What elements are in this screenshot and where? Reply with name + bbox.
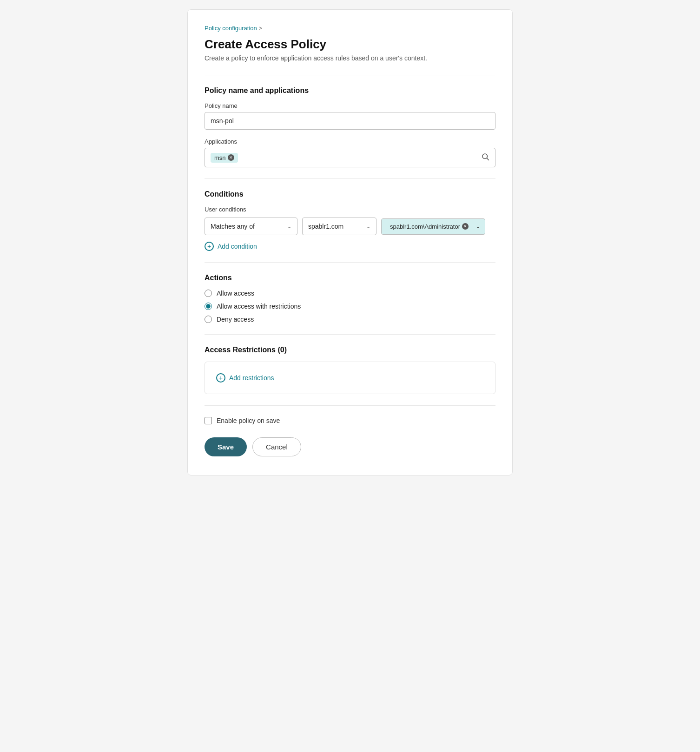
enable-policy-row: Enable policy on save <box>205 417 495 424</box>
divider-4 <box>205 334 495 335</box>
add-restrictions-button[interactable]: + Add restrictions <box>216 373 274 383</box>
svg-line-1 <box>487 158 489 160</box>
button-row: Save Cancel <box>205 437 495 456</box>
radio-allow-restrictions-label: Allow access with restrictions <box>217 303 301 310</box>
restrictions-box: + Add restrictions <box>205 362 495 394</box>
create-access-policy-card: Policy configuration > Create Access Pol… <box>187 9 513 475</box>
application-tag: msn ✕ <box>211 153 238 163</box>
access-restrictions-section: Access Restrictions (0) + Add restrictio… <box>205 346 495 394</box>
section-title-restrictions: Access Restrictions (0) <box>205 346 495 354</box>
condition-type-arrow: ⌄ <box>287 224 291 230</box>
page-title: Create Access Policy <box>205 37 495 52</box>
radio-allow-restrictions[interactable]: Allow access with restrictions <box>205 303 495 310</box>
policy-name-input[interactable] <box>205 112 495 130</box>
radio-allow-restrictions-input[interactable] <box>205 303 212 310</box>
page-subtitle: Create a policy to enforce application a… <box>205 54 495 62</box>
breadcrumb: Policy configuration > <box>205 25 495 32</box>
section-title-policy: Policy name and applications <box>205 86 495 95</box>
divider-2 <box>205 178 495 179</box>
add-condition-label: Add condition <box>218 243 257 250</box>
condition-type-dropdown[interactable]: Matches any of ⌄ <box>205 218 297 235</box>
breadcrumb-separator: > <box>259 25 262 32</box>
radio-allow-access-label: Allow access <box>217 290 254 297</box>
divider-3 <box>205 262 495 263</box>
radio-allow-access[interactable]: Allow access <box>205 290 495 297</box>
application-tag-close[interactable]: ✕ <box>228 154 234 161</box>
section-title-actions: Actions <box>205 274 495 282</box>
radio-deny-access[interactable]: Deny access <box>205 316 495 323</box>
radio-allow-access-input[interactable] <box>205 290 212 297</box>
actions-radio-group: Allow access Allow access with restricti… <box>205 290 495 323</box>
cancel-button[interactable]: Cancel <box>252 437 301 456</box>
radio-deny-access-label: Deny access <box>217 316 254 323</box>
condition-user-dropdown[interactable]: spablr1.com\Administrator ✕ ⌄ <box>381 218 485 235</box>
condition-row: Matches any of ⌄ spablr1.com ⌄ spablr1.c… <box>205 218 495 235</box>
application-tag-label: msn <box>214 154 226 161</box>
breadcrumb-link[interactable]: Policy configuration <box>205 25 257 32</box>
condition-user-tag: spablr1.com\Administrator ✕ <box>386 222 472 231</box>
applications-label: Applications <box>205 138 495 145</box>
actions-section: Actions Allow access Allow access with r… <box>205 274 495 323</box>
applications-input[interactable]: msn ✕ <box>205 148 495 167</box>
applications-field-group: Applications msn ✕ <box>205 138 495 167</box>
add-restrictions-icon: + <box>216 373 225 383</box>
add-restrictions-label: Add restrictions <box>229 374 274 382</box>
search-icon[interactable] <box>481 152 489 163</box>
condition-domain-dropdown[interactable]: spablr1.com ⌄ <box>302 218 376 235</box>
policy-name-label: Policy name <box>205 102 495 109</box>
add-condition-button[interactable]: + Add condition <box>205 242 257 251</box>
radio-deny-access-input[interactable] <box>205 316 212 323</box>
add-condition-icon: + <box>205 242 214 251</box>
condition-domain-label: spablr1.com <box>308 223 343 230</box>
condition-type-label: Matches any of <box>211 223 255 230</box>
condition-domain-arrow: ⌄ <box>366 224 370 230</box>
condition-user-arrow: ⌄ <box>476 224 480 230</box>
enable-policy-label[interactable]: Enable policy on save <box>217 417 280 424</box>
policy-name-section: Policy name and applications Policy name… <box>205 86 495 167</box>
enable-policy-checkbox[interactable] <box>205 417 212 424</box>
conditions-section: Conditions User conditions Matches any o… <box>205 190 495 251</box>
divider-5 <box>205 405 495 406</box>
save-button[interactable]: Save <box>205 437 247 456</box>
policy-name-field-group: Policy name <box>205 102 495 130</box>
divider-1 <box>205 75 495 75</box>
condition-user-tag-close[interactable]: ✕ <box>462 223 469 230</box>
user-conditions-label: User conditions <box>205 206 495 213</box>
section-title-conditions: Conditions <box>205 190 495 198</box>
condition-user-tag-label: spablr1.com\Administrator <box>390 223 460 230</box>
